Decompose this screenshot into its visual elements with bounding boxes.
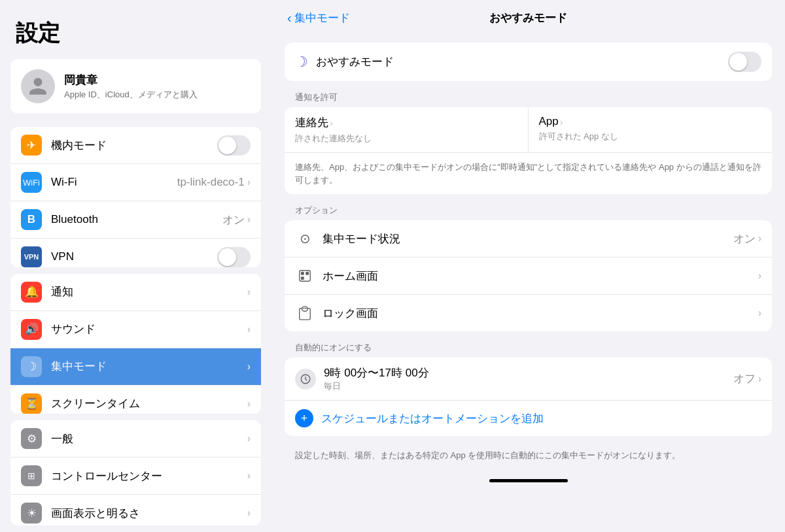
sidebar-item-screentime[interactable]: ⏳ スクリーンタイム › — [10, 386, 261, 414]
wifi-chevron: › — [247, 176, 251, 188]
airplane-label: 機内モード — [51, 138, 217, 153]
option-home-screen[interactable]: ホーム画面 › — [285, 258, 772, 295]
vpn-icon: VPN — [21, 246, 42, 267]
sidebar-item-controlcenter[interactable]: ⊞ コントロールセンター › — [10, 457, 261, 495]
svg-rect-1 — [302, 273, 304, 275]
sound-chevron: › — [247, 324, 251, 335]
lock-screen-label: ロック画面 — [323, 306, 758, 321]
allowed-card: 連絡先 › 許された連絡先なし App › 許可された App なし 連絡先、A… — [285, 107, 772, 194]
sidebar-item-notification[interactable]: 🔔 通知 › — [10, 274, 261, 311]
contacts-sub: 許された連絡先なし — [295, 133, 517, 144]
wifi-icon: WiFi — [21, 172, 42, 193]
vpn-toggle[interactable] — [217, 247, 251, 267]
apps-label: App — [539, 115, 559, 128]
vpn-label: VPN — [51, 250, 217, 263]
screentime-icon: ⏳ — [21, 393, 42, 414]
scroll-indicator — [489, 479, 568, 482]
bluetooth-icon: B — [21, 209, 42, 230]
focus-status-label: 集中モード状況 — [323, 231, 733, 246]
focus-status-icon: ⊙ — [295, 229, 315, 248]
dnd-card: ☽ おやすみモード — [285, 42, 772, 81]
schedule-repeat: 毎日 — [324, 380, 733, 392]
bluetooth-label: Bluetooth — [51, 213, 222, 226]
bluetooth-value: オン — [222, 212, 245, 227]
sidebar-item-bluetooth[interactable]: B Bluetooth オン › — [10, 201, 261, 239]
auto-enable-card: 9時 00分〜17時 00分 毎日 オフ › + スケジュールまたはオートメーシ… — [285, 357, 772, 436]
profile-subtitle: Apple ID、iCloud、メディアと購入 — [64, 89, 198, 101]
focus-icon: ☽ — [21, 356, 42, 377]
schedule-time: 9時 00分〜17時 00分 — [324, 365, 733, 380]
schedule-row[interactable]: 9時 00分〜17時 00分 毎日 オフ › — [285, 357, 772, 401]
display-icon: ☀ — [21, 503, 42, 524]
dnd-label: おやすみモード — [316, 54, 728, 69]
sidebar: 設定 岡貴章 Apple ID、iCloud、メディアと購入 ✈ 機内モード W… — [0, 0, 271, 532]
controlcenter-label: コントロールセンター — [51, 469, 247, 484]
profile-info: 岡貴章 Apple ID、iCloud、メディアと購入 — [64, 73, 198, 101]
focus-status-chevron: › — [758, 233, 761, 244]
settings-group-notifications: 🔔 通知 › 🔊 サウンド › ☽ 集中モード › ⏳ スクリーンタイム › — [10, 274, 261, 414]
airplane-icon: ✈ — [21, 135, 42, 156]
sidebar-item-display[interactable]: ☀ 画面表示と明るさ › — [10, 495, 261, 525]
controlcenter-chevron: › — [247, 470, 251, 482]
lock-screen-icon — [295, 303, 315, 323]
general-label: 一般 — [51, 431, 247, 446]
general-icon: ⚙ — [21, 428, 42, 449]
profile-card[interactable]: 岡貴章 Apple ID、iCloud、メディアと購入 — [10, 59, 261, 114]
schedule-chevron: › — [758, 373, 761, 385]
lock-screen-chevron: › — [758, 307, 761, 319]
notification-icon: 🔔 — [21, 282, 42, 303]
main-panel: ‹ 集中モード おやすみモード ☽ おやすみモード 通知を許可 連絡先 › — [271, 0, 785, 532]
notification-chevron: › — [247, 286, 251, 298]
content-area: ☽ おやすみモード 通知を許可 連絡先 › 許された連絡先なし App — [271, 32, 785, 493]
sidebar-item-airplane[interactable]: ✈ 機内モード — [10, 127, 261, 164]
display-chevron: › — [247, 507, 251, 519]
svg-rect-3 — [302, 277, 304, 280]
allowed-description: 連絡先、App、およびこの集中モードがオンの場合に"即時通知"として指定されてい… — [285, 153, 772, 194]
svg-rect-4 — [300, 308, 311, 320]
svg-rect-5 — [302, 307, 307, 311]
sidebar-item-focus[interactable]: ☽ 集中モード › — [10, 348, 261, 386]
contacts-col[interactable]: 連絡先 › 許された連絡先なし — [285, 107, 529, 152]
screentime-label: スクリーンタイム — [51, 396, 247, 411]
options-section-label: オプション — [295, 205, 772, 216]
dnd-row[interactable]: ☽ おやすみモード — [285, 42, 772, 81]
apps-chevron: › — [560, 116, 563, 127]
sound-label: サウンド — [51, 322, 247, 337]
sidebar-item-sound[interactable]: 🔊 サウンド › — [10, 311, 261, 348]
add-automation-label: スケジュールまたはオートメーションを追加 — [321, 411, 544, 426]
sidebar-title: 設定 — [0, 0, 271, 59]
wifi-value: tp-link-deco-1 — [177, 176, 245, 189]
sidebar-item-wifi[interactable]: WiFi Wi-Fi tp-link-deco-1 › — [10, 164, 261, 201]
option-focus-status[interactable]: ⊙ 集中モード状況 オン › — [285, 220, 772, 258]
notification-label: 通知 — [51, 284, 247, 299]
add-automation-row[interactable]: + スケジュールまたはオートメーションを追加 — [285, 401, 772, 436]
bluetooth-chevron: › — [247, 214, 251, 225]
sidebar-item-vpn[interactable]: VPN VPN — [10, 239, 261, 267]
option-lock-screen[interactable]: ロック画面 › — [285, 295, 772, 331]
dnd-icon: ☽ — [295, 54, 308, 71]
page-header: ‹ 集中モード おやすみモード — [271, 0, 785, 32]
dnd-toggle[interactable] — [728, 52, 761, 72]
focus-chevron: › — [247, 361, 251, 373]
bottom-description: 設定した時刻、場所、またはある特定の App を使用時に自動的にこの集中モードが… — [285, 442, 772, 473]
focus-status-value: オン — [733, 231, 756, 246]
sidebar-item-general[interactable]: ⚙ 一般 › — [10, 420, 261, 457]
contacts-title: 連絡先 › — [295, 115, 517, 130]
screentime-chevron: › — [247, 398, 251, 410]
contacts-chevron: › — [330, 117, 333, 128]
back-button[interactable]: ‹ 集中モード — [287, 10, 350, 25]
airplane-toggle[interactable] — [217, 135, 251, 156]
apps-title: App › — [539, 115, 762, 128]
focus-label: 集中モード — [51, 359, 247, 374]
schedule-toggle-area: オフ › — [733, 371, 761, 386]
options-card: ⊙ 集中モード状況 オン › ホーム画面 › — [285, 220, 772, 331]
apps-col[interactable]: App › 許可された App なし — [529, 107, 773, 152]
controlcenter-icon: ⊞ — [21, 465, 42, 486]
home-screen-label: ホーム画面 — [323, 269, 758, 284]
allowed-section-label: 通知を許可 — [295, 91, 772, 103]
settings-group-connectivity: ✈ 機内モード WiFi Wi-Fi tp-link-deco-1 › B Bl… — [10, 127, 261, 267]
settings-group-system: ⚙ 一般 › ⊞ コントロールセンター › ☀ 画面表示と明るさ › — [10, 420, 261, 525]
avatar — [21, 69, 55, 103]
back-label: 集中モード — [294, 10, 350, 25]
home-screen-chevron: › — [758, 270, 761, 282]
